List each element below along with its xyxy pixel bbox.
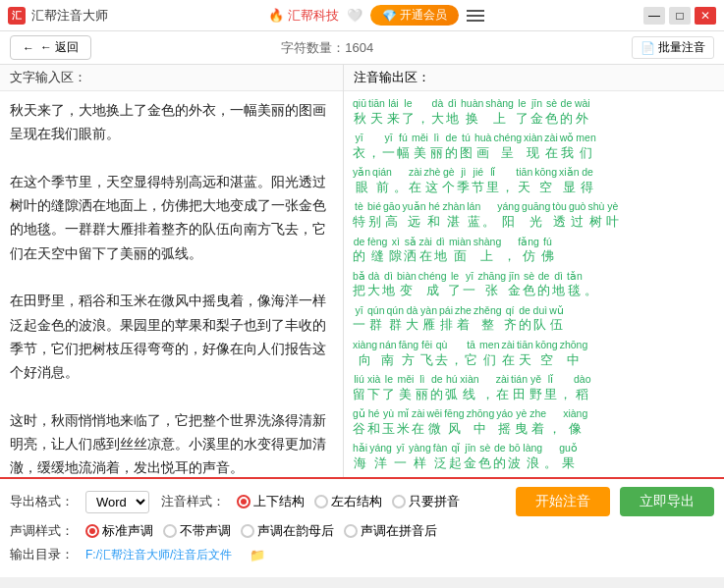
pinyin-block: bié别 <box>367 200 381 231</box>
pinyin-block: lái来 <box>387 97 400 128</box>
folder-icon[interactable]: 📁 <box>250 548 265 562</box>
titlebar-right: — □ ✕ <box>643 7 716 25</box>
pinyin-block: fèng缝 <box>367 236 387 266</box>
pinyin-block: yáo摇 <box>496 407 513 438</box>
pinyin-row-1: qiū秋 tiān天 lái来 le了 ， dà大 dì地 huàn换 shàn… <box>352 97 716 128</box>
menu-icon[interactable] <box>467 10 484 22</box>
pinyin-block: yī衣 <box>353 132 365 162</box>
output-dir-path: F:/汇帮注音大师/注音后文件 <box>85 547 232 563</box>
style-vertical-label: 上下结构 <box>253 493 305 510</box>
pinyin-row-8: xiàng向 nán南 fāng方 fēi飞 qù去 ， tā它 men们 zà… <box>352 339 716 369</box>
toolbar: ← ← 返回 字符数量：1604 📄 批量注音 <box>0 31 724 65</box>
pinyin-row-6: bǎ把 dà大 dì地 biàn变 chéng成 le了 yī一 zhāng张 … <box>352 270 716 300</box>
pinyin-block: xiàng像 <box>563 407 587 438</box>
pinyin-block: jīn金 <box>508 270 521 300</box>
tone-none[interactable]: 不带声调 <box>163 522 231 540</box>
start-button[interactable]: 开始注音 <box>516 487 610 516</box>
pinyin-block: yī一 <box>353 304 365 335</box>
tone-none-radio[interactable] <box>163 524 177 538</box>
left-panel: 文字输入区： 秋天来了，大地换上了金色的外衣，一幅美丽的图画呈现在我们眼前。 在… <box>0 65 344 477</box>
pinyin-block: zhàn湛 <box>442 200 465 231</box>
close-button[interactable]: ✕ <box>695 7 716 25</box>
style-pinyin-only[interactable]: 只要拼音 <box>392 493 460 510</box>
pinyin-block: lǐ里 <box>486 166 499 196</box>
output-dir-row: 输出目录： F:/汇帮注音大师/注音后文件 📁 <box>10 546 714 563</box>
vip-button[interactable]: 💎 开通会员 <box>370 5 459 26</box>
pinyin-output-area[interactable]: qiū秋 tiān天 lái来 le了 ， dà大 dì地 huàn换 shàn… <box>344 91 724 477</box>
pinyin-block: ， <box>503 236 516 266</box>
output-dir-label: 输出目录： <box>10 546 74 563</box>
pinyin-block: zài在 <box>409 166 421 196</box>
pinyin-block: tǎn毯 <box>567 270 583 300</box>
pinyin-block: sǎ洒 <box>404 236 417 266</box>
pinyin-block: xiàn现 <box>524 132 542 162</box>
style-pinyin-only-radio[interactable] <box>392 495 406 508</box>
pinyin-block: 。 <box>544 442 557 472</box>
pinyin-block: qí齐 <box>504 304 517 335</box>
pinyin-block: yī一 <box>394 442 407 472</box>
tone-standard[interactable]: 标准声调 <box>85 522 153 540</box>
pinyin-row-4: tè特 bié别 gāo高 yuǎn远 hé和 zhàn湛 lán蓝 。 yán… <box>352 200 716 231</box>
style-horizontal-radio[interactable] <box>314 495 328 508</box>
pinyin-block: le了 <box>516 97 529 128</box>
style-horizontal-label: 左右结构 <box>331 493 382 510</box>
titlebar-center: 🔥 汇帮科技 🤍 💎 开通会员 <box>268 5 484 26</box>
minimize-button[interactable]: — <box>643 7 665 25</box>
text-paragraph-4: 这时，秋雨悄悄地来临了，它把整个世界洗涤得清新明亮，让人们感到丝丝凉意。小溪里的… <box>10 409 333 477</box>
pinyin-block: zhōng中 <box>467 407 495 438</box>
pinyin-block: de得 <box>581 166 593 196</box>
maximize-button[interactable]: □ <box>669 7 691 25</box>
heart-icon: 🤍 <box>347 8 362 23</box>
tone-standard-radio[interactable] <box>85 524 99 538</box>
pinyin-block: wēi微 <box>426 407 442 438</box>
pinyin-block: qǐ起 <box>449 442 462 472</box>
style-vertical[interactable]: 上下结构 <box>237 493 305 510</box>
style-vertical-radio[interactable] <box>237 495 251 508</box>
pinyin-block: gǔ谷 <box>353 407 365 438</box>
tone-after-vowel[interactable]: 声调在韵母后 <box>241 522 334 540</box>
app-container: 汇 汇帮注音大师 🔥 汇帮科技 🤍 💎 开通会员 — □ ✕ <box>0 0 724 577</box>
pinyin-block: 。 <box>585 270 597 300</box>
pinyin-block: guāng光 <box>522 200 550 231</box>
export-button[interactable]: 立即导出 <box>620 487 714 516</box>
back-button[interactable]: ← ← 返回 <box>10 35 91 60</box>
pinyin-block: tè特 <box>353 200 365 231</box>
pinyin-block: dà大 <box>431 97 444 128</box>
pinyin-row-7: yī一 qún群 qún群 dà大 yàn雁 pái排 zhe着 zhěng整 … <box>352 304 716 335</box>
tone-after-pinyin[interactable]: 声调在拼音后 <box>344 522 437 540</box>
pinyin-block: miàn面 <box>449 236 472 266</box>
pinyin-block: qún群 <box>367 304 385 335</box>
pinyin-block: tòu透 <box>552 200 567 231</box>
pinyin-block: bō波 <box>508 442 521 472</box>
pinyin-block: yè曳 <box>515 407 528 438</box>
tone-after-vowel-radio[interactable] <box>241 524 254 538</box>
tone-after-pinyin-radio[interactable] <box>344 524 358 538</box>
pinyin-block: yuǎn远 <box>403 200 426 231</box>
pinyin-block: de的 <box>430 373 443 403</box>
pinyin-block: chéng成 <box>418 270 447 300</box>
pinyin-block: yù玉 <box>382 407 395 438</box>
text-input-area[interactable]: 秋天来了，大地换上了金色的外衣，一幅美丽的图画呈现在我们眼前。 在这个季节里，天… <box>0 91 343 477</box>
pinyin-block: de的 <box>537 270 550 300</box>
pinyin-block: yī一 <box>463 270 475 300</box>
pinyin-block: zhè这 <box>423 166 440 196</box>
pinyin-block: dào稻 <box>574 373 591 403</box>
pinyin-block: tú图 <box>460 132 473 162</box>
pinyin-block: fāng方 <box>399 339 418 369</box>
pinyin-block: ， <box>450 339 463 369</box>
pinyin-row-11: hǎi海 yáng洋 yī一 yàng样 fàn泛 qǐ起 jīn金 sè色 d… <box>352 442 716 472</box>
pinyin-block: shù树 <box>587 200 604 231</box>
diamond-icon: 💎 <box>382 9 397 23</box>
pinyin-block: tiān天 <box>368 97 385 128</box>
pinyin-block: zhe着 <box>455 304 472 335</box>
pinyin-block: mǐ米 <box>397 407 410 438</box>
pinyin-block: fēi飞 <box>420 339 433 369</box>
pinyin-block: huàn换 <box>461 97 483 128</box>
batch-button[interactable]: 📄 批量注音 <box>632 36 714 59</box>
pinyin-block: kōng空 <box>534 166 557 196</box>
right-panel: 注音输出区： qiū秋 tiān天 lái来 le了 ， dà大 dì地 huà… <box>344 65 724 477</box>
export-format-select[interactable]: Word PDF TXT <box>85 491 149 513</box>
pinyin-block: jīn金 <box>530 97 543 128</box>
char-count: 字符数量：1604 <box>281 39 373 57</box>
style-horizontal[interactable]: 左右结构 <box>314 493 382 510</box>
